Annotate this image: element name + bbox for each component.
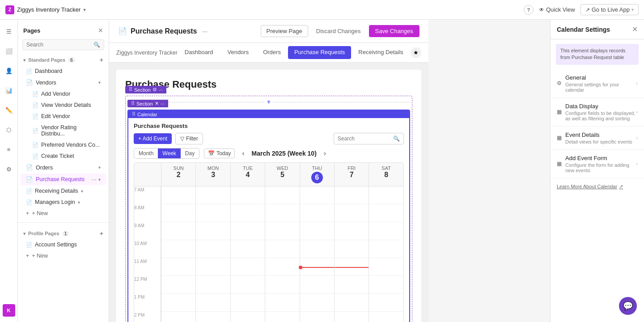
sidebar-item-add-vendor[interactable]: 📄 Add Vendor bbox=[27, 89, 106, 99]
more-options-icon[interactable]: ··· bbox=[91, 176, 97, 183]
day-cell-0-0[interactable] bbox=[161, 186, 195, 204]
panel-section-add-event[interactable]: ▦ Add Event Form Configure the form for … bbox=[551, 150, 644, 178]
collapse-standard-icon[interactable]: ▾ bbox=[23, 58, 25, 63]
sidebar-icon-edit[interactable]: ✏️ bbox=[3, 104, 15, 116]
go-live-btn[interactable]: ↗ Go to Live App ▾ bbox=[580, 4, 639, 15]
day-cell-1-6[interactable] bbox=[195, 294, 230, 312]
panel-section-events-row[interactable]: ▦ Event Details Detail views for specifi… bbox=[551, 127, 644, 149]
add-profile-page-btn[interactable]: + bbox=[100, 230, 103, 237]
day-cell-3-0[interactable] bbox=[265, 186, 299, 204]
sidebar-icon-users[interactable]: 👤 bbox=[3, 64, 15, 77]
day-cell-6-6[interactable] bbox=[369, 294, 403, 312]
day-cell-0-3[interactable] bbox=[161, 240, 195, 258]
cal-month-tab[interactable]: Month bbox=[134, 148, 158, 158]
help-icon[interactable]: ? bbox=[524, 5, 534, 15]
day-cell-2-2[interactable] bbox=[230, 222, 265, 240]
day-cell-5-6[interactable] bbox=[334, 294, 369, 312]
day-cell-3-4[interactable] bbox=[265, 258, 299, 276]
sidebar-item-account-settings[interactable]: 📄 Account Settings bbox=[21, 239, 106, 250]
close-sidebar-icon[interactable]: ✕ bbox=[98, 27, 103, 34]
day-cell-5-2[interactable] bbox=[334, 222, 369, 240]
add-event-btn[interactable]: + Add Event bbox=[134, 133, 172, 144]
day-cell-1-3[interactable] bbox=[195, 240, 230, 258]
day-cell-6-5[interactable] bbox=[369, 276, 403, 294]
sidebar-icon-pages[interactable]: ⬜ bbox=[3, 45, 15, 57]
section-close-icon[interactable]: ✕ bbox=[155, 101, 159, 106]
day-cell-6-1[interactable] bbox=[369, 204, 403, 222]
nav-item-vendors[interactable]: Vendors bbox=[220, 44, 256, 61]
day-cell-1-1[interactable] bbox=[195, 204, 230, 222]
nav-item-receiving[interactable]: Receiving Details bbox=[351, 44, 410, 61]
day-cell-1-0[interactable] bbox=[195, 186, 230, 204]
panel-section-general-row[interactable]: ⚙ General General settings for your cale… bbox=[551, 69, 644, 97]
day-cell-2-1[interactable] bbox=[230, 204, 265, 222]
day-cell-4-2[interactable] bbox=[300, 222, 334, 240]
learn-more-link[interactable]: Learn More About Calendar ↗ bbox=[551, 178, 644, 195]
day-cell-5-7[interactable] bbox=[334, 312, 369, 322]
add-new-page-btn[interactable]: + + New bbox=[21, 208, 106, 219]
cal-prev-btn[interactable]: ‹ bbox=[239, 148, 247, 158]
day-cell-2-3[interactable] bbox=[230, 240, 265, 258]
sidebar-item-orders[interactable]: 📄 Orders ▾ bbox=[21, 162, 106, 173]
calendar-search[interactable]: 🔍 bbox=[334, 133, 404, 144]
panel-section-general[interactable]: ⚙ General General settings for your cale… bbox=[551, 69, 644, 98]
day-cell-3-5[interactable] bbox=[265, 276, 299, 294]
day-cell-5-4[interactable] bbox=[334, 258, 369, 276]
quick-view-btn[interactable]: 👁 Quick View bbox=[539, 6, 575, 13]
day-cell-6-3[interactable] bbox=[369, 240, 403, 258]
day-cell-0-7[interactable] bbox=[161, 312, 195, 322]
sidebar-search-input[interactable] bbox=[26, 42, 92, 48]
day-cell-3-3[interactable] bbox=[265, 240, 299, 258]
sidebar-item-vendor-rating[interactable]: 📄 Vendor Rating Distribu... bbox=[27, 122, 106, 139]
user-avatar[interactable]: K bbox=[3, 304, 15, 317]
day-cell-4-5[interactable] bbox=[300, 276, 334, 294]
sidebar-search-box[interactable]: 🔍 bbox=[22, 39, 104, 50]
day-cell-0-4[interactable] bbox=[161, 258, 195, 276]
day-cell-6-4[interactable] bbox=[369, 258, 403, 276]
close-panel-btn[interactable]: ✕ bbox=[632, 25, 638, 34]
add-new-profile-btn[interactable]: + + New bbox=[21, 250, 106, 261]
add-section-above-btn[interactable]: + bbox=[265, 98, 272, 106]
collapse-profile-icon[interactable]: ▾ bbox=[23, 231, 25, 236]
sidebar-icon-widgets[interactable]: ⬡ bbox=[3, 123, 15, 136]
chat-button[interactable]: 💬 bbox=[619, 297, 637, 315]
section-settings-icon[interactable]: ⚙ bbox=[153, 87, 157, 93]
sidebar-item-vendors[interactable]: 📄 Vendors ▾ bbox=[21, 77, 106, 88]
sidebar-item-purchase-requests[interactable]: 📄 Purchase Requests ··· ▾ bbox=[21, 174, 106, 185]
day-cell-0-2[interactable] bbox=[161, 222, 195, 240]
day-cell-1-4[interactable] bbox=[195, 258, 230, 276]
day-cell-3-2[interactable] bbox=[265, 222, 299, 240]
day-cell-4-7[interactable] bbox=[300, 312, 334, 322]
sidebar-icon-data[interactable]: 📊 bbox=[3, 84, 15, 97]
nav-star-btn[interactable]: ★ bbox=[411, 47, 421, 58]
sidebar-item-edit-vendor[interactable]: 📄 Edit Vendor bbox=[27, 111, 106, 122]
sidebar-icon-settings[interactable]: ⚙ bbox=[3, 163, 15, 175]
day-cell-5-5[interactable] bbox=[334, 276, 369, 294]
app-brand[interactable]: Z Ziggys Inventory Tracker ▾ bbox=[5, 5, 86, 14]
day-cell-4-1[interactable] bbox=[300, 204, 334, 222]
section-more-icon[interactable]: ··· bbox=[159, 87, 163, 93]
calendar-search-input[interactable] bbox=[338, 136, 391, 142]
day-cell-6-7[interactable] bbox=[369, 312, 403, 322]
sidebar-icon-menu[interactable]: ☰ bbox=[3, 25, 15, 38]
day-cell-3-1[interactable] bbox=[265, 204, 299, 222]
today-btn[interactable]: 📅 Today bbox=[204, 148, 235, 158]
day-cell-1-7[interactable] bbox=[195, 312, 230, 322]
day-cell-2-4[interactable] bbox=[230, 258, 265, 276]
page-more-options-btn[interactable]: ··· bbox=[201, 27, 210, 36]
day-cell-2-6[interactable] bbox=[230, 294, 265, 312]
day-cell-0-6[interactable] bbox=[161, 294, 195, 312]
panel-section-data-row[interactable]: ▦ Data Display Configure fields to be di… bbox=[551, 98, 644, 126]
day-cell-4-0[interactable] bbox=[300, 186, 334, 204]
day-cell-3-6[interactable] bbox=[265, 294, 299, 312]
day-cell-4-3[interactable] bbox=[300, 240, 334, 258]
sidebar-icon-list[interactable]: ≡ bbox=[3, 143, 15, 156]
day-cell-2-7[interactable] bbox=[230, 312, 265, 322]
sidebar-item-dashboard[interactable]: 📄 Dashboard bbox=[21, 66, 106, 76]
add-standard-page-btn[interactable]: + bbox=[100, 56, 103, 64]
day-cell-5-3[interactable] bbox=[334, 240, 369, 258]
section-more-icon-2[interactable]: ··· bbox=[161, 101, 165, 106]
day-cell-5-1[interactable] bbox=[334, 204, 369, 222]
panel-section-add-event-row[interactable]: ▦ Add Event Form Configure the form for … bbox=[551, 150, 644, 178]
cal-day-tab[interactable]: Day bbox=[181, 148, 199, 158]
